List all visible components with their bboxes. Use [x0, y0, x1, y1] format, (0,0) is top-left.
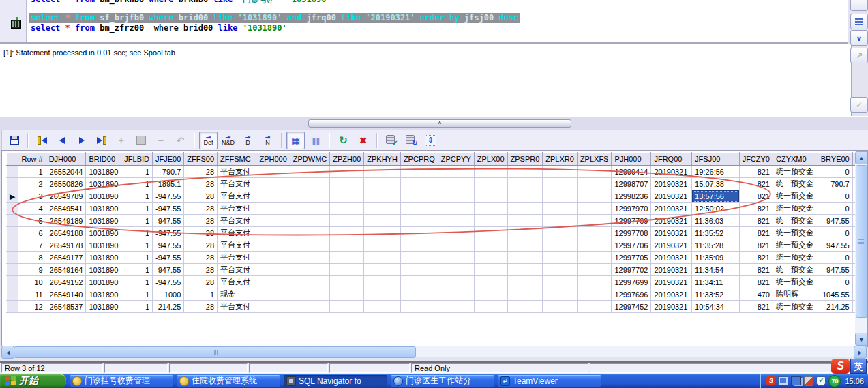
grid-cell[interactable] — [543, 301, 578, 313]
grid-cell[interactable]: 1 — [184, 288, 218, 301]
grid-cell[interactable] — [290, 190, 330, 203]
grid-cell[interactable]: 统一预交金 — [773, 301, 818, 313]
sql-statement-line[interactable]: select * from sf_brjfb0 where brid00 lik… — [29, 13, 520, 23]
grid-cell[interactable] — [438, 239, 474, 252]
grid-cell[interactable]: 821 — [739, 252, 773, 264]
grid-cell[interactable]: 20190321 — [651, 203, 692, 215]
grid-cell[interactable]: 947.55 — [818, 239, 852, 252]
grid-cell[interactable]: 26549177 — [46, 252, 86, 264]
grid-cell[interactable]: 1031890 — [86, 288, 121, 301]
data-order-button[interactable]: ⇥D — [239, 132, 257, 149]
grid-cell[interactable] — [290, 276, 330, 288]
grid-cell[interactable]: 统一预交金 — [773, 264, 818, 276]
grid-cell[interactable] — [400, 190, 438, 203]
grid-cell[interactable] — [290, 178, 330, 190]
grid-cell[interactable] — [543, 178, 578, 190]
grid-cell[interactable] — [507, 227, 543, 239]
network-displays-icon[interactable] — [791, 376, 801, 385]
grid-cell[interactable]: 28 — [184, 301, 218, 313]
duplicate-record-button[interactable] — [132, 132, 150, 149]
grid-cell[interactable]: 28 — [184, 252, 218, 264]
grid-cell[interactable]: 平台支付 — [218, 227, 256, 239]
grid-cell[interactable]: 947.55 — [153, 264, 184, 276]
column-header-ZPLX00[interactable]: ZPLX00 — [474, 153, 507, 166]
form-view-button[interactable]: ▥ — [306, 132, 325, 149]
grid-cell[interactable]: -947.55 — [153, 227, 184, 239]
grid-cell[interactable] — [364, 276, 401, 288]
taskbar-button[interactable]: 住院收费管理系统 — [177, 375, 280, 387]
grid-cell[interactable]: 0 — [818, 203, 852, 215]
column-header-DJH000[interactable]: DJH000 — [46, 153, 86, 166]
grid-cell[interactable]: 28 — [184, 215, 218, 227]
grid-cell[interactable]: 1 — [121, 166, 153, 178]
grid-cell[interactable] — [290, 203, 330, 215]
grid-cell[interactable]: 821 — [739, 227, 773, 239]
grid-cell[interactable]: 0 — [818, 276, 852, 288]
grid-cell[interactable] — [577, 239, 612, 252]
grid-cell[interactable]: 20190321 — [651, 227, 692, 239]
grid-cell[interactable]: 统一预交金 — [773, 215, 818, 227]
grid-cell[interactable]: 1031890 — [86, 239, 121, 252]
grid-cell[interactable]: 26549189 — [46, 215, 86, 227]
grid-cell[interactable]: 1 — [121, 252, 153, 264]
grid-cell[interactable]: 平台支付 — [218, 178, 256, 190]
grid-cell[interactable] — [507, 178, 543, 190]
grid-cell[interactable] — [438, 178, 474, 190]
column-header-BRYE00[interactable]: BRYE00 — [818, 153, 852, 166]
grid-cell[interactable] — [543, 215, 578, 227]
grid-cell[interactable]: 0 — [818, 190, 852, 203]
promote-message-button[interactable]: ↗ — [850, 48, 868, 63]
grid-cell[interactable] — [543, 190, 578, 203]
grid-cell[interactable] — [577, 227, 612, 239]
grid-cell[interactable] — [256, 252, 290, 264]
grid-cell[interactable] — [577, 264, 612, 276]
grid-cell[interactable] — [474, 166, 507, 178]
grid-cell[interactable] — [256, 178, 290, 190]
grid-cell[interactable] — [256, 301, 290, 313]
grid-cell[interactable]: 0 — [818, 166, 852, 178]
grid-cell[interactable] — [474, 239, 507, 252]
column-header-JFLBID[interactable]: JFLBID — [121, 153, 153, 166]
grid-cell[interactable]: 现金 — [218, 288, 256, 301]
taskbar-button[interactable]: 门诊挂号收费管理 — [70, 375, 173, 387]
grid-cell[interactable]: 1 — [121, 301, 153, 313]
grid-cell[interactable] — [438, 288, 474, 301]
grid-cell[interactable]: 统一预交金 — [773, 203, 818, 215]
grid-cell[interactable]: 26549140 — [46, 288, 86, 301]
grid-cell[interactable]: 1 — [121, 264, 153, 276]
name-order-button[interactable]: ⇥N — [258, 132, 277, 149]
grid-cell[interactable]: 12997705 — [612, 252, 651, 264]
ime-bar[interactable]: S 英 — [831, 358, 867, 374]
grid-cell[interactable]: 平台支付 — [218, 190, 256, 203]
grid-cell[interactable] — [438, 215, 474, 227]
grid-cell[interactable] — [543, 227, 578, 239]
grid-cell[interactable] — [290, 215, 330, 227]
sogou-tray-icon[interactable]: S — [766, 376, 775, 385]
grid-cell[interactable]: 1895.1 — [153, 178, 184, 190]
grid-cell[interactable] — [400, 203, 438, 215]
name-and-data-order-button[interactable]: ⇥N&D — [219, 132, 237, 149]
grid-cell[interactable] — [364, 203, 401, 215]
grid-cell[interactable]: 统一预交金 — [773, 190, 818, 203]
column-header-ZFFSMC[interactable]: ZFFSMC — [218, 153, 256, 166]
grid-cell[interactable]: 0 — [818, 227, 852, 239]
grid-cell[interactable]: 19:26:56 — [692, 166, 740, 178]
grid-cell[interactable]: 1 — [121, 227, 153, 239]
grid-cell[interactable]: 20190321 — [651, 239, 692, 252]
column-header-ZPCPYY[interactable]: ZPCPYY — [438, 153, 474, 166]
grid-cell[interactable]: 28 — [184, 227, 218, 239]
grid-cell[interactable] — [400, 301, 438, 313]
grid-cell[interactable] — [507, 166, 543, 178]
row-indicator[interactable] — [7, 301, 18, 313]
grid-cell[interactable] — [330, 166, 364, 178]
grid-cell[interactable]: 0 — [818, 252, 852, 264]
grid-cell[interactable] — [330, 178, 364, 190]
grid-cell[interactable] — [330, 301, 364, 313]
grid-cell[interactable] — [400, 166, 438, 178]
cancel-button[interactable]: ✖ — [354, 132, 372, 149]
grid-cell[interactable]: 821 — [739, 215, 773, 227]
grid-cell[interactable]: 7 — [18, 239, 46, 252]
grid-cell[interactable] — [438, 203, 474, 215]
grid-cell[interactable] — [364, 215, 401, 227]
grid-cell[interactable]: 11:35:09 — [692, 252, 740, 264]
